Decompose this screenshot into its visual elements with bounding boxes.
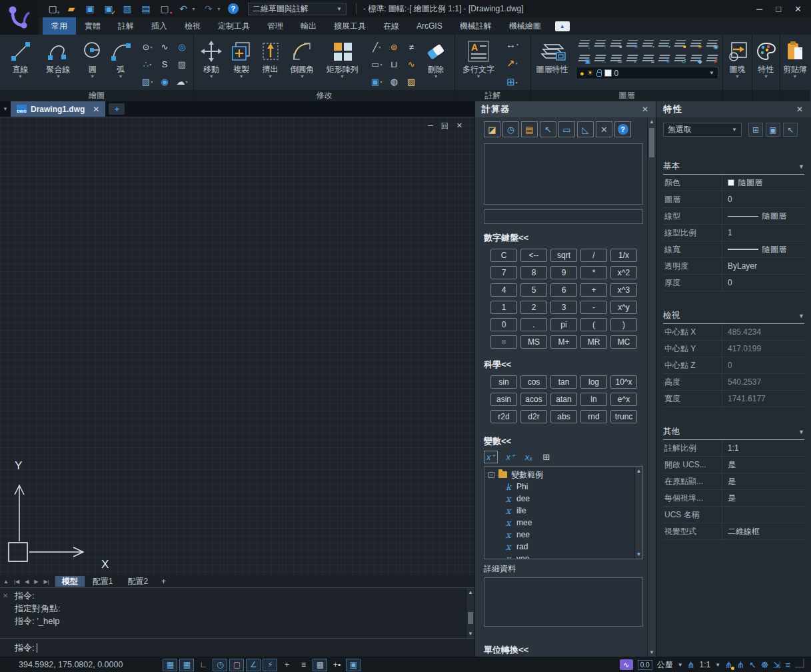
close-icon[interactable]: ✕ xyxy=(93,105,99,114)
ribbon-tab-定制工具[interactable]: 定制工具 xyxy=(209,17,259,35)
quick-select-icon[interactable]: ↖ xyxy=(749,660,756,670)
property-value[interactable]: 二維線框 xyxy=(722,523,804,539)
fillet-button[interactable]: 倒圓角▼ xyxy=(284,36,321,79)
sci-key-ln[interactable]: ln xyxy=(580,393,607,406)
redo-icon[interactable]: ↷ xyxy=(203,3,215,15)
circle-button[interactable]: 圓▼ xyxy=(79,36,107,79)
sci-key-d2r[interactable]: d2r xyxy=(520,410,547,423)
sci-key-rnd[interactable]: rnd xyxy=(580,410,607,423)
workspace-dropdown[interactable]: 二維草圖與註解 ▼ xyxy=(248,3,347,15)
layer-walk2-icon[interactable]: ∴ xyxy=(592,51,608,65)
numpad-key-8[interactable]: 8 xyxy=(520,266,547,279)
panel-label-annotate[interactable]: 註解 xyxy=(455,90,530,101)
align-icon[interactable]: ⊔ xyxy=(385,55,403,73)
numpad-key-x^3[interactable]: x^3 xyxy=(610,283,637,297)
edit-hatch-icon[interactable]: ▨ xyxy=(403,73,420,90)
command-input[interactable]: 指令: xyxy=(0,639,474,657)
close-button[interactable]: ✕ xyxy=(794,4,802,14)
layer-walk-icon[interactable]: ◉ xyxy=(704,36,720,51)
numpad-key-1[interactable]: 1 xyxy=(490,301,517,314)
undo-icon[interactable]: ↶ xyxy=(177,3,189,15)
calculator-history-box[interactable] xyxy=(484,143,643,205)
scroll-down-icon[interactable]: ▼ xyxy=(648,648,656,657)
erase-button[interactable]: 刪除▼ xyxy=(420,36,452,79)
numpad-key-3[interactable]: 3 xyxy=(550,301,577,314)
trim-icon[interactable]: ╱▾ xyxy=(368,38,385,55)
leader-icon[interactable]: ↗▾ xyxy=(506,57,518,69)
ribbon-tab-插入[interactable]: 插入 xyxy=(143,17,176,35)
sci-key-asin[interactable]: asin xyxy=(490,393,517,406)
block-button[interactable]: 圖塊▼ xyxy=(726,36,749,79)
property-value[interactable]: 是 xyxy=(722,490,804,506)
property-value[interactable]: 485.4234 xyxy=(722,324,804,340)
sci-key-tan[interactable]: tan xyxy=(550,375,577,389)
get-coordinates-icon[interactable]: ↖ xyxy=(540,121,556,137)
numpad-key-7[interactable]: 7 xyxy=(490,266,517,279)
numpad-key-0[interactable]: 0 xyxy=(490,318,517,331)
numpad-key-C[interactable]: C xyxy=(490,249,517,262)
numpad-key-*[interactable]: * xyxy=(580,266,607,279)
layout-tab-配置2[interactable]: 配置2 xyxy=(121,576,155,587)
divide-icon[interactable]: ◍ xyxy=(385,73,403,90)
property-value[interactable]: 1:1 xyxy=(722,440,804,456)
calculator-scrollbar[interactable]: ▲ ▼ xyxy=(647,117,656,657)
autosnap-toggle[interactable]: ⚡ xyxy=(263,659,277,671)
ribbon-tab-擴展工具[interactable]: 擴展工具 xyxy=(325,17,375,35)
numpad-key-([interactable]: ( xyxy=(580,318,607,331)
properties-button[interactable]: 特性▼ xyxy=(755,36,778,79)
ribbon-tab-檢視[interactable]: 檢視 xyxy=(176,17,209,35)
property-value[interactable]: ByLayer xyxy=(722,258,804,274)
property-value[interactable]: 0 xyxy=(722,275,804,291)
paste-to-cmdline-icon[interactable]: ▤ xyxy=(521,121,538,137)
print-icon[interactable]: ▤ xyxy=(140,3,152,15)
annotation-monitor-toggle[interactable]: ▣ xyxy=(346,659,361,671)
scroll-up-icon[interactable]: ▲ xyxy=(466,588,474,597)
calculator-input-box[interactable] xyxy=(484,209,643,224)
drawing-restore-button[interactable]: 回 xyxy=(441,121,448,131)
move-button[interactable]: 移動▼ xyxy=(197,36,226,79)
ribbon-tab-實體[interactable]: 實體 xyxy=(76,17,109,35)
property-value[interactable]: 隨圖層 xyxy=(722,208,804,224)
help-icon[interactable]: ? xyxy=(614,121,631,137)
arc-button[interactable]: 弧▼ xyxy=(107,36,135,79)
wipeout-icon[interactable]: ▨ xyxy=(173,55,191,73)
layer-dropdown[interactable]: ● ☀ 0 ▼ xyxy=(576,67,718,79)
stretch-button[interactable]: 擠出▼ xyxy=(257,36,284,79)
annotation-scale-label[interactable]: 1:1 xyxy=(700,660,711,669)
polar-tracking-toggle[interactable]: ◷ xyxy=(213,659,227,671)
quick-select-icon[interactable]: ↖ xyxy=(783,123,798,137)
polyline-button[interactable]: 聚合線▼ xyxy=(38,36,79,79)
property-value[interactable]: 0 xyxy=(722,191,804,207)
dynamic-input-toggle[interactable]: + xyxy=(279,659,294,671)
numpad-key-=[interactable]: = xyxy=(490,335,517,349)
property-value[interactable] xyxy=(722,507,804,523)
prev-layout-icon[interactable]: ◀ xyxy=(23,579,31,585)
open-folder-icon[interactable]: ▰ xyxy=(65,3,77,15)
first-layout-icon[interactable]: |◀ xyxy=(12,579,21,585)
ribbon-tab-機械註解[interactable]: 機械註解 xyxy=(451,17,500,35)
scale-icon[interactable]: ▭▾ xyxy=(368,55,385,73)
fullscreen-icon[interactable]: ⇲ xyxy=(774,660,781,670)
rotate-icon[interactable]: ▣▾ xyxy=(368,73,385,90)
numpad-key-MR[interactable]: MR xyxy=(580,335,607,349)
layer-thaw-icon[interactable]: ☀ xyxy=(688,36,704,51)
variables-tree[interactable]: − 變數範例 kPhixdeexillexmeexneexradxvee ▲ ▼ xyxy=(484,466,643,559)
layer-copy-icon[interactable]: ◆ xyxy=(688,51,704,65)
variable-item-dee[interactable]: xdee xyxy=(488,493,633,505)
help-icon[interactable]: ? xyxy=(228,3,239,14)
variables-section-label[interactable]: 變數<< xyxy=(484,435,643,447)
property-value[interactable]: 1741.6177 xyxy=(722,391,804,407)
layer-unlock-icon[interactable]: ▪ xyxy=(656,36,672,51)
return-to-input-icon[interactable]: ⊞ xyxy=(540,451,552,463)
object-snap-tracking-toggle[interactable]: ∠ xyxy=(246,659,261,671)
layer-properties-button[interactable]: 圖層特性 xyxy=(534,36,570,74)
ribbon-tab-在線[interactable]: 在線 xyxy=(375,17,408,35)
layer-delete-icon[interactable]: ✗ xyxy=(704,51,720,65)
angle-icon[interactable]: ◺ xyxy=(577,121,594,137)
quick-properties-toggle[interactable]: +▪ xyxy=(329,659,344,671)
auto-scale-icon[interactable]: ⋔ xyxy=(737,660,744,670)
scroll-up-icon[interactable]: ▲ xyxy=(648,117,656,126)
panel-label-layers[interactable]: 圖層 xyxy=(531,90,722,101)
resize-grip[interactable] xyxy=(795,659,804,668)
ribbon-tab-常用[interactable]: 常用 xyxy=(43,17,76,35)
